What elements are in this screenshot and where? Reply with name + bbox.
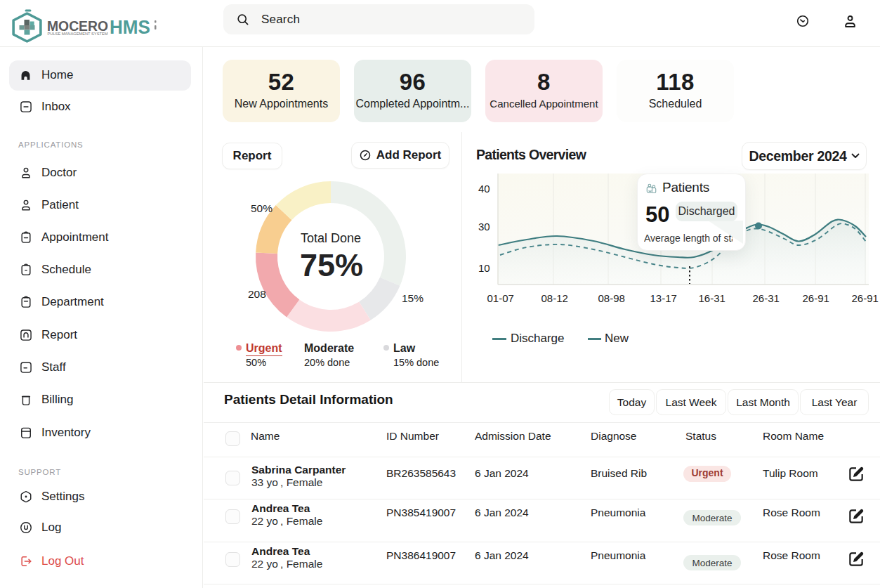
svg-text:PULSE MANAGEMENT SYSTEM: PULSE MANAGEMENT SYSTEM (48, 32, 108, 36)
svg-text:HMS: HMS (110, 16, 150, 38)
